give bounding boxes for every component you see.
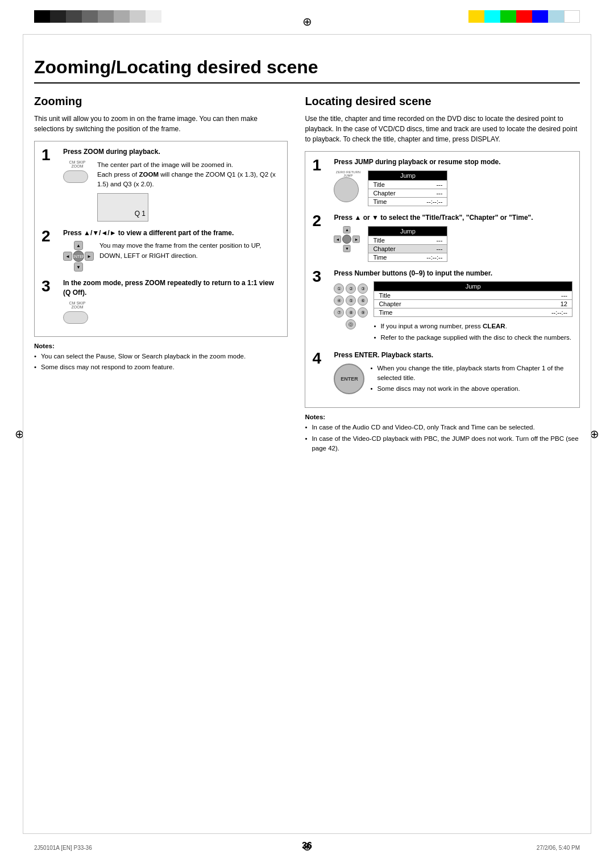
jump-table-2-row-chapter: Chapter --- xyxy=(368,244,447,253)
right-intro-text: Use the title, chapter and time recorded… xyxy=(305,114,580,144)
locate-step-number-2: 2 xyxy=(312,213,329,229)
jump-label-time-1: Time xyxy=(373,198,387,205)
footer-left: 2J50101A [EN] P33-36 xyxy=(34,845,92,851)
zoom-step-1: 1 Press ZOOM during playback. CM SKIPZOO… xyxy=(42,147,280,222)
step-number-3: 3 xyxy=(42,278,59,294)
right-section-title: Locating desired scene xyxy=(305,95,580,108)
left-note-1: You can select the Pause, Slow or Search… xyxy=(34,352,288,361)
footer-right: 27/2/06, 5:40 PM xyxy=(537,845,580,851)
dpad-small-up: ▲ xyxy=(343,226,351,233)
jump-table-1-row-time: Time --:--:-- xyxy=(368,197,447,206)
num-btn-6: ⑥ xyxy=(358,295,368,306)
jump-button-icon-1: ZERO RETURNJUMP xyxy=(334,170,362,202)
jump-label-chapter-1: Chapter xyxy=(373,190,395,197)
content-area: Zooming/Locating desired scene Zooming T… xyxy=(34,40,580,828)
zoom-step-1-header: Press ZOOM during playback. xyxy=(63,147,280,157)
jump-table-2-row-time: Time --:--:-- xyxy=(368,253,447,261)
num-btn-7: ⑦ xyxy=(334,307,344,318)
dpad-small-center xyxy=(342,235,351,244)
zoom-step-3-body: CM SKIPZOOM xyxy=(63,301,280,324)
right-instruction-box: 1 Press JUMP during playback or resume s… xyxy=(305,151,580,408)
locate-step-1-body: ZERO RETURNJUMP Jump Title --- C xyxy=(334,170,572,206)
locate-step-number-1: 1 xyxy=(312,157,329,173)
dpad-icon-zoom: ▲ ▼ ◄ ► ENTER xyxy=(63,241,94,272)
step-number-2: 2 xyxy=(42,228,59,244)
number-grid: ① ② ③ ④ ⑤ ⑥ ⑦ ⑧ ⑨ ⓪ xyxy=(334,283,368,329)
zoom-step-1-text: The center part of the image will be zoo… xyxy=(97,160,280,222)
dpad-up: ▲ xyxy=(74,241,83,250)
left-notes: Notes: You can select the Pause, Slow or… xyxy=(34,343,288,373)
locate-step-3-right: Jump Title --- Chapter 12 xyxy=(374,281,572,344)
jump-label-title-2: Title xyxy=(373,237,384,244)
locate-step-3-notes: If you input a wrong number, press CLEAR… xyxy=(374,322,572,343)
dpad-small-right: ► xyxy=(352,235,360,243)
locate-step-4-note-1: When you change the title, playback star… xyxy=(370,364,572,383)
jump-value-time-2: --:--:-- xyxy=(426,254,442,261)
dpad-icon-locate: ▲ ▼ ◄ ► xyxy=(334,226,362,252)
directional-pad-locate: ▲ ▼ ◄ ► xyxy=(334,226,360,252)
dpad-left: ◄ xyxy=(63,252,72,261)
main-columns: Zooming This unit will allow you to zoom… xyxy=(34,95,580,454)
locate-step-4: 4 Press ENTER. Playback starts. ENTER Wh… xyxy=(312,350,572,395)
locate-step-3-body: ① ② ③ ④ ⑤ ⑥ ⑦ ⑧ ⑨ ⓪ xyxy=(334,281,572,344)
zoom-step-2-body: ▲ ▼ ◄ ► ENTER You may move the frame fro… xyxy=(63,241,280,272)
color-bar xyxy=(468,10,580,23)
left-instruction-box: 1 Press ZOOM during playback. CM SKIPZOO… xyxy=(34,141,288,337)
zoom-step-3-content: In the zoom mode, press ZOOM repeatedly … xyxy=(63,278,280,324)
locate-step-4-note-2: Some discs may not work in the above ope… xyxy=(370,384,572,394)
jump-label-chapter-3: Chapter xyxy=(379,301,401,307)
zoom-step-2-header: Press ▲/▼/◄/► to view a different part o… xyxy=(63,228,280,238)
zoom-step-2-content: Press ▲/▼/◄/► to view a different part o… xyxy=(63,228,280,272)
jump-value-title-1: --- xyxy=(436,181,442,188)
locate-step-3: 3 Press Number buttons (0–9) to input th… xyxy=(312,269,572,344)
zoom-step-3-header: In the zoom mode, press ZOOM repeatedly … xyxy=(63,278,280,298)
jump-table-3: Jump Title --- Chapter 12 xyxy=(374,281,572,317)
left-section-title: Zooming xyxy=(34,95,288,108)
right-notes: Notes: In case of the Audio CD and Video… xyxy=(305,414,580,453)
jump-label-title-1: Title xyxy=(373,181,384,188)
locate-step-2-content: Press ▲ or ▼ to select the "Title/Track"… xyxy=(334,213,572,262)
zoom-button-icon-3: CM SKIPZOOM xyxy=(63,301,92,324)
locate-step-4-body: ENTER When you change the title, playbac… xyxy=(334,364,572,395)
locate-step-4-header: Press ENTER. Playback starts. xyxy=(334,350,572,360)
num-btn-5: ⑤ xyxy=(346,295,356,306)
jump-value-time-3: --:--:-- xyxy=(551,309,567,316)
zoom-step-1-body: CM SKIPZOOM The center part of the image… xyxy=(63,160,280,222)
grayscale-bar xyxy=(34,10,161,23)
jump-label-title-3: Title xyxy=(379,292,390,299)
locate-step-3-content: Press Number buttons (0–9) to input the … xyxy=(334,269,572,344)
jump-label-time-2: Time xyxy=(373,254,387,261)
num-btn-8: ⑧ xyxy=(346,307,356,318)
enter-button: ENTER xyxy=(334,364,364,394)
right-column: Locating desired scene Use the title, ch… xyxy=(305,95,580,454)
top-registration-mark: ⊕ xyxy=(302,15,312,28)
jump-table-1: Jump Title --- Chapter --- xyxy=(368,170,447,206)
step-number-1: 1 xyxy=(42,147,59,163)
locate-step-3-note-2: Refer to the package supplied with the d… xyxy=(374,333,572,343)
jump-value-chapter-3: 12 xyxy=(561,301,567,307)
num-btn-9: ⑨ xyxy=(358,307,368,318)
page-number: 36 xyxy=(302,841,312,851)
dpad-down: ▼ xyxy=(74,262,83,272)
locate-step-2: 2 Press ▲ or ▼ to select the "Title/Trac… xyxy=(312,213,572,262)
jump-table-2-header: Jump xyxy=(368,227,447,236)
jump-value-chapter-1: --- xyxy=(436,190,442,197)
jump-table-2: Jump Title --- Chapter --- xyxy=(368,226,447,262)
zoom-button-icon: CM SKIPZOOM xyxy=(63,160,92,183)
page-title: Zooming/Locating desired scene xyxy=(34,57,580,84)
jump-table-2-row-title: Title --- xyxy=(368,236,447,244)
dpad-center: ENTER xyxy=(73,251,84,262)
locate-step-number-4: 4 xyxy=(312,350,329,366)
jump-table-3-header: Jump xyxy=(374,282,572,291)
jump-label-time-3: Time xyxy=(379,309,392,316)
num-btn-2: ② xyxy=(346,283,356,294)
locate-step-2-header: Press ▲ or ▼ to select the "Title/Track"… xyxy=(334,213,572,223)
zoom-step-1-content: Press ZOOM during playback. CM SKIPZOOM … xyxy=(63,147,280,222)
locate-step-1: 1 Press JUMP during playback or resume s… xyxy=(312,157,572,206)
locate-step-4-content: Press ENTER. Playback starts. ENTER When… xyxy=(334,350,572,395)
num-btn-1: ① xyxy=(334,283,344,294)
left-intro-text: This unit will allow you to zoom in on t… xyxy=(34,114,288,134)
jump-table-1-header: Jump xyxy=(368,171,447,180)
zoom-step-2: 2 Press ▲/▼/◄/► to view a different part… xyxy=(42,228,280,272)
jump-table-1-row-title: Title --- xyxy=(368,180,447,189)
